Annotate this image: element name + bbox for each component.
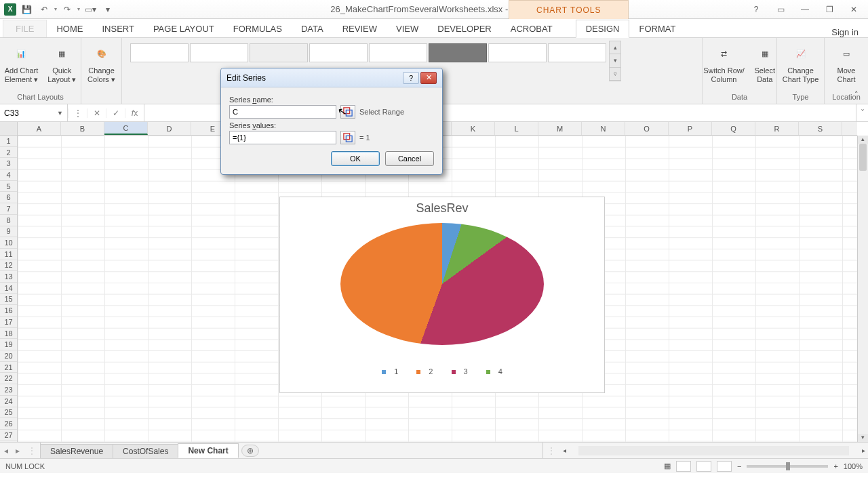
vertical-scrollbar[interactable]: ▴ ▾: [857, 136, 868, 442]
help-icon[interactable]: ?: [747, 3, 765, 16]
minimize-icon[interactable]: —: [796, 3, 814, 16]
expand-formula-bar-icon[interactable]: ˅: [856, 104, 868, 121]
macro-record-icon[interactable]: ▦: [664, 462, 671, 470]
horizontal-scrollbar[interactable]: ⋮ ◂▸: [542, 443, 868, 458]
row-header[interactable]: 6: [0, 192, 17, 203]
column-header[interactable]: P: [669, 122, 712, 135]
qat-redo[interactable]: ↷: [60, 2, 75, 17]
row-header[interactable]: 11: [0, 249, 17, 260]
row-header[interactable]: 20: [0, 350, 17, 362]
pie-chart[interactable]: [340, 223, 544, 345]
row-header[interactable]: 25: [0, 407, 17, 419]
column-header[interactable]: K: [452, 122, 495, 135]
dialog-close-button[interactable]: ✕: [420, 72, 437, 84]
tab-page-layout[interactable]: PAGE LAYOUT: [144, 20, 224, 37]
sheet-tab-costofsales[interactable]: CostOfSales: [113, 444, 178, 458]
sheet-tab-newchart[interactable]: New Chart: [178, 443, 238, 458]
sheet-tab-salesrevenue[interactable]: SalesRevenue: [40, 444, 113, 458]
series-values-range-button[interactable]: [340, 131, 355, 144]
tab-format[interactable]: FORMAT: [629, 20, 685, 37]
row-header[interactable]: 18: [0, 328, 17, 340]
sign-in-link[interactable]: Sign in: [831, 27, 868, 37]
close-icon[interactable]: ✕: [845, 3, 863, 16]
quick-layout-button[interactable]: ▦Quick Layout ▾: [43, 41, 80, 87]
cancel-formula-icon[interactable]: ✕: [87, 108, 106, 118]
row-header[interactable]: 7: [0, 203, 17, 215]
cancel-button[interactable]: Cancel: [385, 151, 434, 166]
new-sheet-button[interactable]: ⊕: [241, 445, 259, 457]
row-header[interactable]: 5: [0, 181, 17, 192]
column-header[interactable]: R: [755, 122, 799, 135]
tab-home[interactable]: HOME: [47, 20, 92, 37]
column-header[interactable]: O: [625, 122, 669, 135]
fx-dropdown-icon[interactable]: ⋮: [68, 108, 87, 118]
tab-file[interactable]: FILE: [3, 20, 47, 37]
sheet-nav-first-icon[interactable]: ◂: [4, 446, 8, 455]
change-colors-button[interactable]: 🎨Change Colors ▾: [83, 41, 119, 87]
tab-developer[interactable]: DEVELOPER: [428, 20, 500, 37]
qat-undo[interactable]: ↶: [37, 2, 52, 17]
column-header[interactable]: L: [495, 122, 538, 135]
series-name-input[interactable]: [229, 105, 336, 119]
sheet-nav-last-icon[interactable]: ▸: [16, 446, 20, 455]
dialog-help-button[interactable]: ?: [403, 72, 419, 84]
ok-button[interactable]: OK: [331, 151, 380, 166]
tab-design[interactable]: DESIGN: [576, 20, 630, 38]
tab-data[interactable]: DATA: [292, 20, 333, 37]
row-header[interactable]: 8: [0, 215, 17, 226]
row-header[interactable]: 21: [0, 362, 17, 373]
column-header[interactable]: S: [799, 122, 842, 135]
zoom-out-button[interactable]: −: [737, 462, 741, 470]
tab-insert[interactable]: INSERT: [92, 20, 143, 37]
zoom-slider[interactable]: [747, 465, 828, 468]
tab-review[interactable]: REVIEW: [333, 20, 387, 37]
chart-title[interactable]: SalesRev: [280, 201, 604, 216]
fx-icon[interactable]: fx: [125, 108, 144, 118]
row-header[interactable]: 12: [0, 260, 17, 272]
column-header[interactable]: A: [18, 122, 61, 135]
row-header[interactable]: 2: [0, 147, 17, 159]
tab-acrobat[interactable]: ACROBAT: [501, 20, 562, 37]
row-header[interactable]: 14: [0, 283, 17, 294]
row-header[interactable]: 22: [0, 373, 17, 384]
row-header[interactable]: 4: [0, 169, 17, 181]
change-chart-type-button[interactable]: 📈Change Chart Type: [778, 41, 823, 87]
row-header[interactable]: 15: [0, 294, 17, 306]
view-pagebreak-button[interactable]: [717, 461, 732, 472]
name-box-input[interactable]: [4, 108, 52, 118]
row-header[interactable]: 10: [0, 237, 17, 249]
column-header[interactable]: B: [61, 122, 104, 135]
column-header[interactable]: N: [582, 122, 625, 135]
column-header[interactable]: M: [538, 122, 582, 135]
ribbon-display-icon[interactable]: ▭: [772, 3, 789, 16]
qat-touch[interactable]: ▭▾: [83, 2, 98, 17]
series-values-input[interactable]: [229, 131, 336, 144]
row-header[interactable]: 17: [0, 317, 17, 328]
add-chart-element-button[interactable]: 📊Add Chart Element ▾: [1, 41, 43, 87]
column-header[interactable]: D: [148, 122, 191, 135]
name-box[interactable]: ▼: [0, 104, 68, 121]
row-header[interactable]: 24: [0, 396, 17, 407]
maximize-icon[interactable]: ❐: [821, 3, 838, 16]
collapse-ribbon-icon[interactable]: ˄: [854, 90, 865, 101]
chevron-down-icon[interactable]: ▼: [57, 110, 63, 117]
select-data-button[interactable]: ▦Select Data: [750, 41, 780, 87]
move-chart-button[interactable]: ▭Move Chart: [831, 41, 861, 87]
row-header[interactable]: 23: [0, 384, 17, 396]
row-header[interactable]: 16: [0, 305, 17, 317]
row-header[interactable]: 9: [0, 226, 17, 238]
row-header[interactable]: 13: [0, 271, 17, 283]
view-normal-button[interactable]: [676, 461, 691, 472]
row-header[interactable]: 26: [0, 418, 17, 430]
switch-row-column-button[interactable]: ⇄Switch Row/ Column: [699, 41, 749, 87]
enter-formula-icon[interactable]: ✓: [106, 108, 125, 118]
row-header[interactable]: 3: [0, 158, 17, 169]
tab-formulas[interactable]: FORMULAS: [224, 20, 292, 37]
view-pagelayout-button[interactable]: [696, 461, 711, 472]
row-header[interactable]: 19: [0, 339, 17, 350]
row-header[interactable]: 1: [0, 136, 17, 147]
gallery-scroll[interactable]: ▴▾▿: [609, 41, 621, 81]
column-header[interactable]: C: [104, 122, 148, 135]
row-header[interactable]: 27: [0, 430, 17, 441]
chart-object[interactable]: SalesRev 1 2 3 4: [279, 197, 605, 393]
